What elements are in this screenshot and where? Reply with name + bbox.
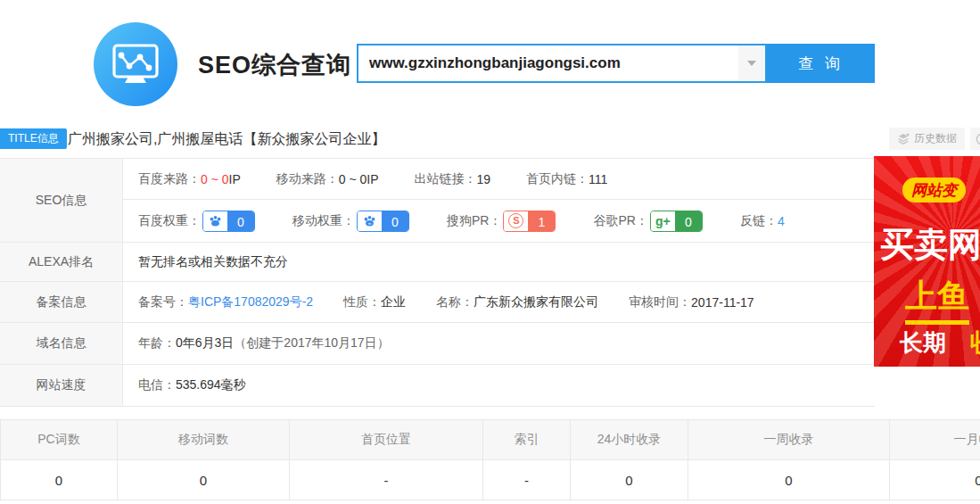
seo-info-row: SEO信息 百度来路：0 ~ 0 IP 移动来路：0 ~ 0 IP 出站链接：1… <box>0 159 875 243</box>
baidu-weight-badge[interactable]: 0 <box>202 211 255 232</box>
clock-icon <box>976 133 980 145</box>
alexa-row: ALEXA排名 暂无排名或相关数据不充分 <box>0 243 875 282</box>
col-header-24h-collect: 24小时收录 <box>571 420 688 459</box>
clipped-toolbar-button[interactable] <box>970 128 980 150</box>
homepage-internal-links: 首页内链：111 <box>526 171 607 187</box>
row-label-icp: 备案信息 <box>0 282 123 322</box>
ad-headline: 买卖网 <box>880 222 980 268</box>
home-position-value: - <box>290 460 483 500</box>
caret-down-icon <box>747 61 756 66</box>
keyword-stats-table: PC词数 移动词数 首页位置 索引 24小时收录 一周收录 一月收录 0 0 -… <box>0 419 980 500</box>
query-button[interactable]: 查 询 <box>767 44 875 83</box>
baidu-traffic: 百度来路：0 ~ 0 IP <box>138 171 241 187</box>
mobile-traffic: 移动来路：0 ~ 0 IP <box>276 171 379 187</box>
col-header-week-collect: 一周收录 <box>688 420 890 459</box>
google-plus-icon: g+ <box>655 214 671 228</box>
col-header-index: 索引 <box>483 420 571 459</box>
baidu-paw-icon <box>209 214 222 227</box>
icp-row: 备案信息 备案号： 粤ICP备17082029号-2 性质：企业 名称：广东新众… <box>0 282 875 323</box>
row-label-domain: 域名信息 <box>0 323 123 364</box>
baidu-weight: 百度权重： 0 <box>138 211 255 232</box>
col-header-pc-words: PC词数 <box>0 420 118 459</box>
svg-text:m: m <box>368 221 372 226</box>
month-collect-value: 0 <box>890 460 980 500</box>
seo-monitor-chart-icon <box>93 21 178 107</box>
layers-icon <box>897 133 910 145</box>
sogou-icon: S <box>508 213 523 228</box>
ad-banner[interactable]: 网站变 买卖网 上鱼 长期 收 <box>874 156 980 367</box>
history-data-label: 历史数据 <box>914 131 957 146</box>
mobile-weight: 移动权重： m 0 <box>292 211 409 232</box>
row-label-alexa: ALEXA排名 <box>0 243 123 281</box>
mobile-weight-badge[interactable]: m 0 <box>357 211 409 232</box>
ad-footline: 长期 <box>900 327 946 359</box>
speed-row: 网站速度 电信：535.694毫秒 <box>0 365 875 407</box>
search-input[interactable] <box>358 45 738 81</box>
history-data-button[interactable]: 历史数据 <box>889 128 965 150</box>
telecom-speed: 电信：535.694毫秒 <box>138 377 246 393</box>
col-header-home-position: 首页位置 <box>290 420 483 459</box>
backlinks: 反链： 4 <box>740 213 785 229</box>
icp-audit-time: 审核时间：2017-11-17 <box>629 294 754 310</box>
icp-company-name: 名称：广东新众搬家有限公司 <box>436 294 598 310</box>
keyword-stats-header-row: PC词数 移动词数 首页位置 索引 24小时收录 一周收录 一月收录 <box>0 420 980 460</box>
search-box <box>357 44 767 83</box>
seo-info-table: SEO信息 百度来路：0 ~ 0 IP 移动来路：0 ~ 0 IP 出站链接：1… <box>0 158 875 407</box>
week-collect-value: 0 <box>688 460 890 500</box>
icp-number-link[interactable]: 粤ICP备17082029号-2 <box>188 294 313 310</box>
col-header-month-collect: 一月收录 <box>890 420 980 459</box>
ad-footline-extra: 收 <box>970 326 980 359</box>
mobile-paw-icon: m <box>363 214 376 227</box>
backlinks-value[interactable]: 4 <box>778 214 785 228</box>
domain-row: 域名信息 年龄： 0年6月3日 （创建于2017年10月17日） <box>0 323 875 365</box>
icp-nature: 性质：企业 <box>343 294 406 310</box>
google-pr: 谷歌PR： g+ 0 <box>593 211 702 232</box>
domain-age: 年龄： 0年6月3日 （创建于2017年10月17日） <box>138 335 390 351</box>
search-history-dropdown[interactable] <box>738 45 765 81</box>
pc-words-value: 0 <box>0 460 118 500</box>
search-bar: 查 询 <box>357 44 875 83</box>
index-value: - <box>483 460 571 500</box>
keyword-stats-value-row: 0 0 - - 0 0 0 <box>0 460 980 500</box>
outbound-links: 出站链接：19 <box>415 171 491 187</box>
row-label-speed: 网站速度 <box>0 365 123 406</box>
page-title: SEO综合查询 <box>198 49 351 81</box>
collect-24h-value: 0 <box>571 460 688 500</box>
row-label-seo: SEO信息 <box>0 159 123 242</box>
title-info-badge: TITLE信息 <box>0 128 67 149</box>
alexa-text: 暂无排名或相关数据不充分 <box>138 254 288 270</box>
col-header-mobile-words: 移动词数 <box>118 420 290 459</box>
site-title-text: 广州搬家公司,广州搬屋电话【新众搬家公司企业】 <box>68 130 385 149</box>
ad-badge-pill: 网站变 <box>902 178 966 202</box>
mobile-words-value: 0 <box>118 460 290 500</box>
google-pr-badge[interactable]: g+ 0 <box>650 211 703 232</box>
icp-number: 备案号： 粤ICP备17082029号-2 <box>138 294 313 310</box>
ad-subline: 上鱼 <box>905 275 969 325</box>
sogou-pr-badge[interactable]: S 1 <box>503 211 556 232</box>
sogou-pr: 搜狗PR： S 1 <box>447 211 556 232</box>
